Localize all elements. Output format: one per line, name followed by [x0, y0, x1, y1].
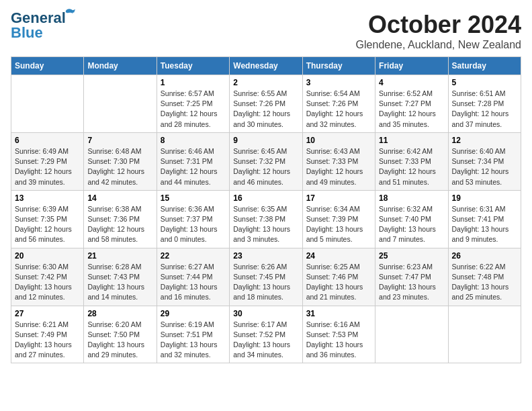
day-info: Sunrise: 6:27 AM Sunset: 7:44 PM Dayligh…	[161, 262, 226, 303]
calendar-cell	[11, 75, 84, 133]
day-info: Sunrise: 6:52 AM Sunset: 7:27 PM Dayligh…	[379, 89, 444, 130]
day-number: 3	[306, 78, 371, 87]
calendar-cell: 5Sunrise: 6:51 AM Sunset: 7:28 PM Daylig…	[448, 75, 521, 133]
calendar-cell: 19Sunrise: 6:31 AM Sunset: 7:41 PM Dayli…	[448, 190, 521, 248]
calendar-cell: 14Sunrise: 6:38 AM Sunset: 7:36 PM Dayli…	[84, 190, 157, 248]
page-header: General Blue October 2024 Glendene, Auck…	[11, 11, 521, 51]
calendar-cell: 25Sunrise: 6:23 AM Sunset: 7:47 PM Dayli…	[375, 248, 448, 306]
calendar-cell: 1Sunrise: 6:57 AM Sunset: 7:25 PM Daylig…	[157, 75, 229, 133]
calendar-cell: 13Sunrise: 6:39 AM Sunset: 7:35 PM Dayli…	[11, 190, 84, 248]
calendar-cell: 16Sunrise: 6:35 AM Sunset: 7:38 PM Dayli…	[230, 190, 302, 248]
day-number: 6	[15, 136, 80, 145]
calendar-cell: 29Sunrise: 6:19 AM Sunset: 7:51 PM Dayli…	[157, 306, 229, 363]
calendar-cell: 12Sunrise: 6:40 AM Sunset: 7:34 PM Dayli…	[448, 132, 521, 190]
day-info: Sunrise: 6:46 AM Sunset: 7:31 PM Dayligh…	[161, 146, 226, 187]
day-info: Sunrise: 6:57 AM Sunset: 7:25 PM Dayligh…	[161, 89, 226, 130]
day-info: Sunrise: 6:55 AM Sunset: 7:26 PM Dayligh…	[233, 89, 298, 130]
day-info: Sunrise: 6:51 AM Sunset: 7:28 PM Dayligh…	[452, 89, 517, 130]
day-number: 20	[15, 251, 80, 261]
logo-general: General	[11, 9, 66, 26]
calendar-week-row: 1Sunrise: 6:57 AM Sunset: 7:25 PM Daylig…	[11, 75, 521, 133]
day-info: Sunrise: 6:43 AM Sunset: 7:33 PM Dayligh…	[306, 146, 371, 187]
day-info: Sunrise: 6:39 AM Sunset: 7:35 PM Dayligh…	[15, 204, 80, 245]
day-number: 14	[87, 193, 152, 203]
weekday-header-sunday: Sunday	[11, 57, 84, 75]
day-number: 19	[452, 193, 517, 203]
day-info: Sunrise: 6:28 AM Sunset: 7:43 PM Dayligh…	[87, 262, 152, 303]
calendar-cell	[375, 306, 448, 363]
calendar-table: SundayMondayTuesdayWednesdayThursdayFrid…	[11, 56, 521, 363]
calendar-cell: 28Sunrise: 6:20 AM Sunset: 7:50 PM Dayli…	[84, 306, 157, 363]
calendar-cell: 6Sunrise: 6:49 AM Sunset: 7:29 PM Daylig…	[11, 132, 84, 190]
day-info: Sunrise: 6:16 AM Sunset: 7:53 PM Dayligh…	[306, 320, 371, 361]
calendar-cell: 15Sunrise: 6:36 AM Sunset: 7:37 PM Dayli…	[157, 190, 229, 248]
day-number: 8	[161, 136, 226, 145]
day-info: Sunrise: 6:35 AM Sunset: 7:38 PM Dayligh…	[233, 204, 298, 245]
day-number: 13	[15, 193, 80, 203]
calendar-week-row: 20Sunrise: 6:30 AM Sunset: 7:42 PM Dayli…	[11, 248, 521, 306]
calendar-cell: 4Sunrise: 6:52 AM Sunset: 7:27 PM Daylig…	[375, 75, 448, 133]
calendar-week-row: 27Sunrise: 6:21 AM Sunset: 7:49 PM Dayli…	[11, 306, 521, 363]
day-number: 5	[452, 78, 517, 87]
day-info: Sunrise: 6:17 AM Sunset: 7:52 PM Dayligh…	[233, 320, 298, 361]
calendar-cell: 24Sunrise: 6:25 AM Sunset: 7:46 PM Dayli…	[302, 248, 375, 306]
weekday-header-friday: Friday	[375, 57, 448, 75]
logo-bird-icon	[63, 8, 75, 20]
day-info: Sunrise: 6:40 AM Sunset: 7:34 PM Dayligh…	[452, 146, 517, 187]
day-number: 29	[161, 309, 226, 318]
day-info: Sunrise: 6:36 AM Sunset: 7:37 PM Dayligh…	[161, 204, 226, 245]
calendar-cell: 23Sunrise: 6:26 AM Sunset: 7:45 PM Dayli…	[230, 248, 302, 306]
day-info: Sunrise: 6:23 AM Sunset: 7:47 PM Dayligh…	[379, 262, 444, 303]
calendar-cell: 18Sunrise: 6:32 AM Sunset: 7:40 PM Dayli…	[375, 190, 448, 248]
day-info: Sunrise: 6:32 AM Sunset: 7:40 PM Dayligh…	[379, 204, 444, 245]
weekday-header-row: SundayMondayTuesdayWednesdayThursdayFrid…	[11, 57, 521, 75]
day-number: 9	[233, 136, 298, 145]
calendar-cell	[448, 306, 521, 363]
day-info: Sunrise: 6:21 AM Sunset: 7:49 PM Dayligh…	[15, 320, 80, 361]
day-number: 18	[379, 193, 444, 203]
day-info: Sunrise: 6:19 AM Sunset: 7:51 PM Dayligh…	[161, 320, 226, 361]
day-number: 23	[233, 251, 298, 261]
day-number: 15	[161, 193, 226, 203]
calendar-cell	[84, 75, 157, 133]
day-number: 17	[306, 193, 371, 203]
day-number: 7	[87, 136, 152, 145]
calendar-cell: 26Sunrise: 6:22 AM Sunset: 7:48 PM Dayli…	[448, 248, 521, 306]
day-number: 12	[452, 136, 517, 145]
day-number: 27	[15, 309, 80, 318]
day-number: 21	[87, 251, 152, 261]
month-title: October 2024	[356, 11, 521, 39]
day-info: Sunrise: 6:49 AM Sunset: 7:29 PM Dayligh…	[15, 146, 80, 187]
day-info: Sunrise: 6:34 AM Sunset: 7:39 PM Dayligh…	[306, 204, 371, 245]
calendar-week-row: 6Sunrise: 6:49 AM Sunset: 7:29 PM Daylig…	[11, 132, 521, 190]
calendar-cell: 2Sunrise: 6:55 AM Sunset: 7:26 PM Daylig…	[230, 75, 302, 133]
day-number: 28	[87, 309, 152, 318]
day-info: Sunrise: 6:20 AM Sunset: 7:50 PM Dayligh…	[87, 320, 152, 361]
calendar-week-row: 13Sunrise: 6:39 AM Sunset: 7:35 PM Dayli…	[11, 190, 521, 248]
calendar-cell: 8Sunrise: 6:46 AM Sunset: 7:31 PM Daylig…	[157, 132, 229, 190]
day-number: 25	[379, 251, 444, 261]
day-info: Sunrise: 6:45 AM Sunset: 7:32 PM Dayligh…	[233, 146, 298, 187]
day-info: Sunrise: 6:26 AM Sunset: 7:45 PM Dayligh…	[233, 262, 298, 303]
day-number: 11	[379, 136, 444, 145]
day-number: 16	[233, 193, 298, 203]
calendar-cell: 21Sunrise: 6:28 AM Sunset: 7:43 PM Dayli…	[84, 248, 157, 306]
logo-blue: Blue	[11, 26, 43, 40]
calendar-cell: 22Sunrise: 6:27 AM Sunset: 7:44 PM Dayli…	[157, 248, 229, 306]
day-info: Sunrise: 6:25 AM Sunset: 7:46 PM Dayligh…	[306, 262, 371, 303]
weekday-header-thursday: Thursday	[302, 57, 375, 75]
calendar-cell: 27Sunrise: 6:21 AM Sunset: 7:49 PM Dayli…	[11, 306, 84, 363]
day-number: 4	[379, 78, 444, 87]
day-info: Sunrise: 6:31 AM Sunset: 7:41 PM Dayligh…	[452, 204, 517, 245]
calendar-cell: 17Sunrise: 6:34 AM Sunset: 7:39 PM Dayli…	[302, 190, 375, 248]
day-number: 26	[452, 251, 517, 261]
day-number: 30	[233, 309, 298, 318]
day-info: Sunrise: 6:48 AM Sunset: 7:30 PM Dayligh…	[87, 146, 152, 187]
logo: General Blue	[11, 11, 66, 40]
calendar-cell: 9Sunrise: 6:45 AM Sunset: 7:32 PM Daylig…	[230, 132, 302, 190]
calendar-cell: 11Sunrise: 6:42 AM Sunset: 7:33 PM Dayli…	[375, 132, 448, 190]
calendar-cell: 3Sunrise: 6:54 AM Sunset: 7:26 PM Daylig…	[302, 75, 375, 133]
day-info: Sunrise: 6:42 AM Sunset: 7:33 PM Dayligh…	[379, 146, 444, 187]
day-number: 31	[306, 309, 371, 318]
day-number: 2	[233, 78, 298, 87]
